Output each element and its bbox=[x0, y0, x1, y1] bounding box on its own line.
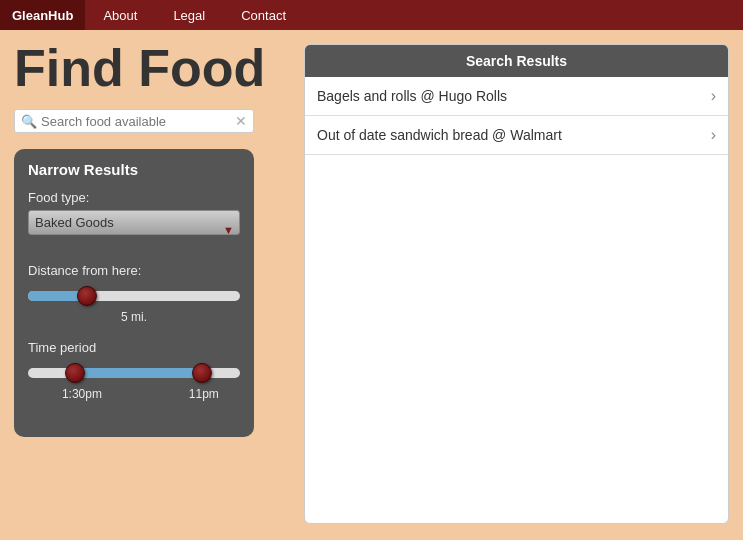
distance-slider-track-wrap bbox=[28, 286, 240, 306]
results-panel: Search Results Bagels and rolls @ Hugo R… bbox=[304, 44, 729, 524]
nav-link-contact[interactable]: Contact bbox=[223, 0, 304, 30]
result-arrow-1: › bbox=[711, 126, 716, 144]
distance-value: 5 mi. bbox=[28, 310, 240, 324]
result-text-0: Bagels and rolls @ Hugo Rolls bbox=[317, 88, 507, 104]
food-type-select[interactable]: Baked Goods Produce Canned Goods Dairy O… bbox=[28, 210, 240, 235]
time-slider-fill bbox=[75, 368, 202, 378]
narrow-title: Narrow Results bbox=[28, 161, 240, 178]
distance-slider-thumb[interactable] bbox=[77, 286, 97, 306]
time-start-value: 1:30pm bbox=[62, 387, 102, 401]
left-panel: Find Food 🔍 ✕ Narrow Results Food type: … bbox=[14, 40, 284, 530]
distance-slider-track[interactable] bbox=[28, 291, 240, 301]
result-text-1: Out of date sandwich bread @ Walmart bbox=[317, 127, 562, 143]
time-slider-section: Time period 1:30pm 11pm bbox=[28, 340, 240, 401]
time-slider-thumb-end[interactable] bbox=[192, 363, 212, 383]
nav-links: About Legal Contact bbox=[85, 0, 304, 30]
result-item-0[interactable]: Bagels and rolls @ Hugo Rolls › bbox=[305, 77, 728, 116]
search-bar: 🔍 ✕ bbox=[14, 109, 254, 133]
clear-icon[interactable]: ✕ bbox=[235, 113, 247, 129]
page-title: Find Food bbox=[14, 40, 284, 97]
main-content: Find Food 🔍 ✕ Narrow Results Food type: … bbox=[0, 30, 743, 540]
results-header: Search Results bbox=[305, 45, 728, 77]
distance-label: Distance from here: bbox=[28, 263, 240, 278]
nav-link-about[interactable]: About bbox=[85, 0, 155, 30]
time-end-value: 11pm bbox=[189, 387, 219, 401]
search-icon: 🔍 bbox=[21, 114, 37, 129]
nav-brand[interactable]: GleanHub bbox=[0, 0, 85, 30]
time-slider-track-wrap bbox=[28, 363, 240, 383]
food-type-select-wrapper: Baked Goods Produce Canned Goods Dairy O… bbox=[28, 210, 240, 249]
time-values-row: 1:30pm 11pm bbox=[28, 387, 240, 401]
distance-slider-section: Distance from here: 5 mi. bbox=[28, 263, 240, 324]
time-slider-thumb-start[interactable] bbox=[65, 363, 85, 383]
result-arrow-0: › bbox=[711, 87, 716, 105]
time-slider-track[interactable] bbox=[28, 368, 240, 378]
nav-link-legal[interactable]: Legal bbox=[155, 0, 223, 30]
navbar: GleanHub About Legal Contact bbox=[0, 0, 743, 30]
food-type-label: Food type: bbox=[28, 190, 240, 205]
narrow-panel: Narrow Results Food type: Baked Goods Pr… bbox=[14, 149, 254, 437]
result-item-1[interactable]: Out of date sandwich bread @ Walmart › bbox=[305, 116, 728, 155]
search-input[interactable] bbox=[41, 114, 235, 129]
time-label: Time period bbox=[28, 340, 240, 355]
